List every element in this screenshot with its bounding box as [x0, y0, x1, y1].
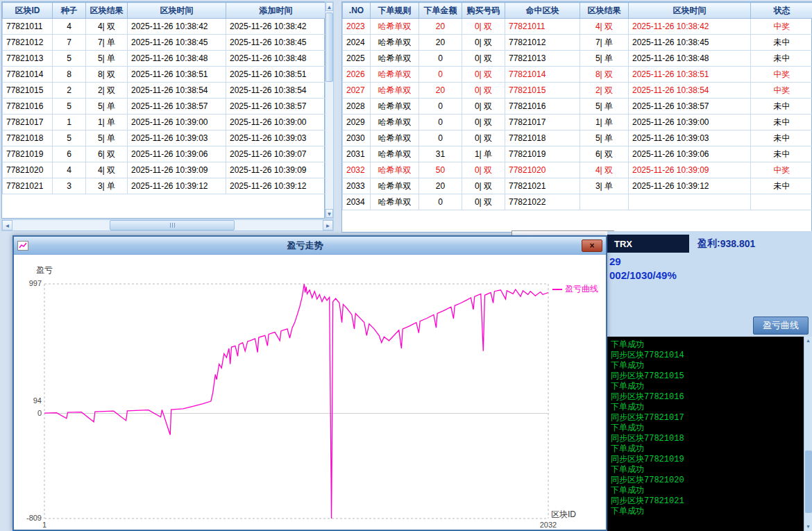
- cell: 2025-11-26 10:38:48: [128, 51, 226, 67]
- cell: 77821014: [3, 67, 53, 83]
- cell: 2025-11-26 10:39:07: [226, 146, 326, 162]
- blocks-table-vertical-scrollbar[interactable]: ▲ ▼: [325, 1, 334, 219]
- cell: 未中: [751, 35, 812, 51]
- block-row[interactable]: 7782101355| 单2025-11-26 10:38:482025-11-…: [3, 51, 326, 67]
- scroll-right-icon[interactable]: ►: [323, 220, 333, 230]
- column-header[interactable]: 添加时间: [226, 3, 326, 19]
- cell: 77821015: [505, 83, 580, 99]
- scroll-down-icon[interactable]: ▼: [805, 523, 812, 531]
- column-header[interactable]: .NO: [343, 3, 371, 19]
- order-row[interactable]: 2028哈希单双00| 双778210165| 单2025-11-26 10:3…: [343, 99, 812, 115]
- cell: 77821017: [3, 115, 53, 130]
- order-row[interactable]: 2027哈希单双200| 双778210152| 双2025-11-26 10:…: [343, 83, 812, 99]
- scrollbar-thumb[interactable]: [805, 450, 812, 513]
- column-header[interactable]: 区块结果: [580, 3, 629, 19]
- cell: 2025-11-26 10:38:48: [226, 51, 326, 67]
- cell: 0| 双: [462, 19, 505, 35]
- cell: 7| 单: [86, 35, 128, 51]
- scroll-up-icon[interactable]: ▲: [325, 2, 333, 11]
- order-row[interactable]: 2030哈希单双00| 双778210185| 单2025-11-26 10:3…: [343, 130, 812, 146]
- order-row[interactable]: 2031哈希单双311| 单778210196| 双2025-11-26 10:…: [343, 146, 812, 162]
- blocks-table-header-row: 区块ID种子区块结果区块时间添加时间: [3, 3, 326, 19]
- log-line: 同步区块77821019: [611, 455, 812, 465]
- profit-line-chart: [14, 255, 606, 530]
- cell: 4| 双: [580, 19, 629, 35]
- block-row[interactable]: 7782101277| 单2025-11-26 10:38:452025-11-…: [3, 35, 326, 51]
- cell: 77821011: [505, 19, 580, 35]
- order-row[interactable]: 2029哈希单双00| 双778210171| 单2025-11-26 10:3…: [343, 115, 812, 130]
- order-row[interactable]: 2032哈希单双500| 双778210204| 双2025-11-26 10:…: [343, 162, 812, 178]
- block-row[interactable]: 7782101711| 单2025-11-26 10:39:002025-11-…: [3, 115, 326, 130]
- cell: 哈希单双: [371, 194, 419, 210]
- order-row[interactable]: 2025哈希单双00| 双778210135| 单2025-11-26 10:3…: [343, 51, 812, 67]
- column-header[interactable]: 种子: [53, 3, 86, 19]
- profit-curve-button[interactable]: 盈亏曲线: [753, 317, 809, 335]
- cell: 4: [53, 162, 86, 178]
- column-header[interactable]: 区块时间: [128, 3, 226, 19]
- scrollbar-thumb[interactable]: [110, 220, 235, 230]
- cell: 77821020: [505, 162, 580, 178]
- cell: 77821016: [505, 99, 580, 115]
- column-header[interactable]: 购买号码: [462, 3, 505, 19]
- column-header[interactable]: 区块时间: [629, 3, 751, 19]
- y-axis-tick: 94: [15, 396, 42, 405]
- close-button[interactable]: ×: [582, 239, 602, 252]
- cell: 2025-11-26 10:38:48: [629, 51, 751, 67]
- block-row[interactable]: 7782102044| 双2025-11-26 10:39:092025-11-…: [3, 162, 326, 178]
- y-axis-title: 盈亏: [36, 264, 53, 276]
- order-row[interactable]: 2034哈希单双00| 双77821022: [343, 194, 812, 210]
- console-scrollbar[interactable]: ▲ ▼: [804, 337, 812, 531]
- column-header[interactable]: 区块结果: [86, 3, 128, 19]
- cell: 2024: [343, 35, 371, 51]
- block-row[interactable]: 7782101855| 单2025-11-26 10:39:032025-11-…: [3, 130, 326, 146]
- block-row[interactable]: 7782102133| 单2025-11-26 10:39:122025-11-…: [3, 178, 326, 194]
- log-line: 下单成功: [611, 382, 812, 392]
- cell: 哈希单双: [371, 83, 419, 99]
- block-row[interactable]: 7782101488| 双2025-11-26 10:38:512025-11-…: [3, 67, 326, 83]
- window-titlebar[interactable]: 盈亏走势 ×: [14, 237, 606, 255]
- scrollbar-thumb[interactable]: [325, 12, 333, 82]
- column-header[interactable]: 下单规则: [371, 3, 419, 19]
- log-console[interactable]: 下单成功同步区块77821014下单成功同步区块77821015下单成功同步区块…: [607, 337, 812, 531]
- cell: 未中: [751, 146, 812, 162]
- cell: 2025-11-26 10:38:54: [128, 83, 226, 99]
- cell: 77821017: [505, 115, 580, 130]
- block-row[interactable]: 7782101144| 双2025-11-26 10:38:422025-11-…: [3, 19, 326, 35]
- cell: 0| 双: [462, 130, 505, 146]
- scroll-left-icon[interactable]: ◄: [2, 220, 12, 230]
- scroll-up-icon[interactable]: ▲: [805, 337, 812, 345]
- account-header: TRX 盈利: 938.801: [607, 235, 812, 253]
- scroll-down-icon[interactable]: ▼: [325, 209, 333, 218]
- cell: 哈希单双: [371, 35, 419, 51]
- order-row[interactable]: 2024哈希单双200| 双778210127| 单2025-11-26 10:…: [343, 35, 812, 51]
- cell: 20: [419, 178, 462, 194]
- cell: 2025-11-26 10:39:12: [128, 178, 226, 194]
- cell: [629, 194, 751, 210]
- column-header[interactable]: 状态: [751, 3, 812, 19]
- order-row[interactable]: 2026哈希单双00| 双778210148| 双2025-11-26 10:3…: [343, 67, 812, 83]
- order-row[interactable]: 2033哈希单双200| 双778210213| 单2025-11-26 10:…: [343, 178, 812, 194]
- log-line: 下单成功: [611, 507, 812, 517]
- column-header[interactable]: 命中区块: [505, 3, 580, 19]
- cell: 2025-11-26 10:39:00: [629, 115, 751, 130]
- cell: [751, 194, 812, 210]
- blocks-table-horizontal-scrollbar[interactable]: ◄ ►: [1, 219, 334, 231]
- profit-label: 盈利:: [697, 237, 720, 250]
- cell: 2| 双: [580, 83, 629, 99]
- block-row[interactable]: 7782101522| 双2025-11-26 10:38:542025-11-…: [3, 83, 326, 99]
- profit-curve: [44, 284, 548, 519]
- stats-line-partial-2: 002/1030/49%: [609, 269, 677, 281]
- scrollbar-track[interactable]: [12, 220, 323, 230]
- log-line: 同步区块77821016: [611, 392, 812, 403]
- order-row[interactable]: 2023哈希单双200| 双778210114| 双2025-11-26 10:…: [343, 19, 812, 35]
- column-header[interactable]: 区块ID: [3, 3, 53, 19]
- window-title: 盈亏走势: [28, 239, 582, 252]
- column-header[interactable]: 下单金额: [419, 3, 462, 19]
- cell: 哈希单双: [371, 19, 419, 35]
- cell: 77821019: [3, 146, 53, 162]
- cell: 未中: [751, 115, 812, 130]
- x-axis-tick: 1: [29, 521, 60, 529]
- cell: 20: [419, 83, 462, 99]
- block-row[interactable]: 7782101655| 单2025-11-26 10:38:572025-11-…: [3, 99, 326, 115]
- block-row[interactable]: 7782101966| 双2025-11-26 10:39:062025-11-…: [3, 146, 326, 162]
